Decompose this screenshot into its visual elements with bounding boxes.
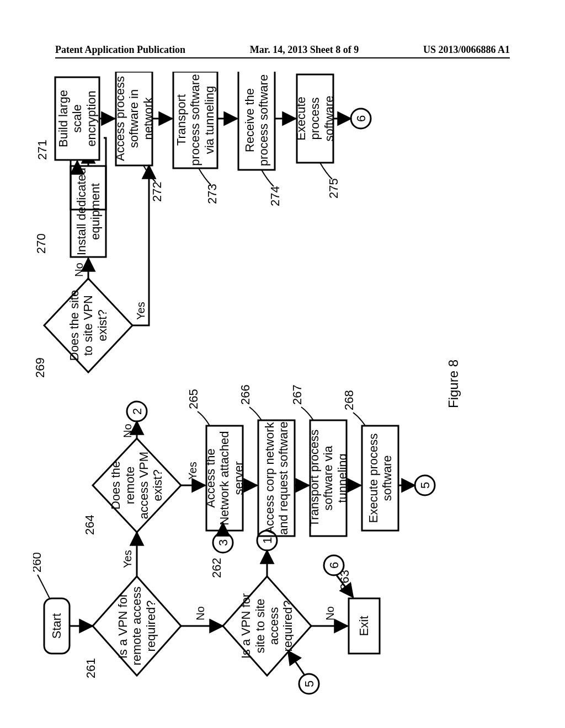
ref-264: 264 [83,515,97,535]
svg-text:5: 5 [418,482,432,489]
b272-label: Access process software in network [116,72,152,165]
edge-261-no-label: No [194,606,206,620]
ref-270: 270 [34,233,48,254]
svg-text:2: 2 [130,408,144,415]
b273-label: Transport process software via tunneling [173,72,217,168]
node-start: Start [44,598,70,654]
svg-text:5: 5 [302,681,316,687]
ref-269: 269 [33,357,47,378]
ref-260: 260 [33,552,44,572]
node-269: Does the site to site VPN exist? [44,279,132,372]
node-262: Is a VPN for site to site access require… [223,576,311,676]
ref-263: 263 [338,570,351,590]
b270-label: Install dedicated equipment [71,166,106,257]
node-270: Install dedicated equipment [71,166,106,257]
node-261: Is a VPN for remote access required? [93,576,181,676]
node-exit: Exit [349,598,380,654]
edge-269-no-label: No [73,263,85,277]
b265-label: Access the Network attached server [206,426,243,531]
ref-268: 268 [342,390,356,410]
svg-text:6: 6 [327,562,341,569]
b274-label: Receive the process software [238,72,275,170]
d264-label: Does the remote access VPM exist? [111,447,162,524]
ref-265: 265 [186,389,200,409]
ref-267: 267 [290,384,304,405]
ref-273: 273 [205,184,219,204]
node-267: Transport process software via tunneling [310,420,347,536]
flowchart-figure: Start 260 Is a VPN for remote access req… [33,72,532,706]
ref-266: 266 [238,384,252,405]
ref-262: 262 [210,558,223,578]
node-265: Access the Network attached server [206,426,243,531]
edge-264-no-label: No [121,424,134,438]
edge-262-no-label: No [324,606,336,620]
header-left: Patent Application Publication [55,44,185,56]
connector-5-in: 5 [299,674,319,694]
edge-261-yes-label: Yes [121,550,134,568]
b267-label: Transport process software via tunneling [310,420,347,536]
connector-6-out: 6 [354,115,368,122]
d269-label: Does the site to site VPN exist? [62,287,115,364]
ref-275: 275 [327,178,340,199]
header-center: Mar. 14, 2013 Sheet 8 of 9 [250,44,359,56]
connector-3-in: 3 [213,533,233,553]
ref-272: 272 [150,181,164,202]
edge-269-yes-label: Yes [135,302,147,320]
b268-label: Execute process software [362,426,398,531]
b266-label: Access corp network and request software [258,420,295,536]
node-266: Access corp network and request software [258,420,295,536]
connector-5-out: 5 [415,475,435,495]
node-268: Execute process software [362,426,398,531]
d262-label: Is a VPN for site to site access require… [241,585,294,667]
svg-text:1: 1 [260,537,274,544]
page-header: Patent Application Publication Mar. 14, … [55,44,510,56]
d261-label: Is a VPN for remote access required? [110,585,163,667]
start-label: Start [44,598,70,654]
exit-label: Exit [349,598,380,654]
header-rule [55,57,510,58]
edge-269-272 [132,165,149,325]
connector-2-out: 2 [127,402,147,421]
figure-label: Figure 8 [446,360,461,408]
svg-text:3: 3 [216,539,230,546]
b275-label: Execute process software [297,74,333,163]
edge-264-yes-label: Yes [186,462,199,480]
node-264: Does the remote access VPM exist? [93,438,181,532]
header-right: US 2013/0066886 A1 [423,44,510,56]
b271-label: Build large scale encryption [55,77,99,160]
ref-274: 274 [268,186,282,206]
ref-261: 261 [84,658,98,678]
ref-271: 271 [35,140,49,160]
